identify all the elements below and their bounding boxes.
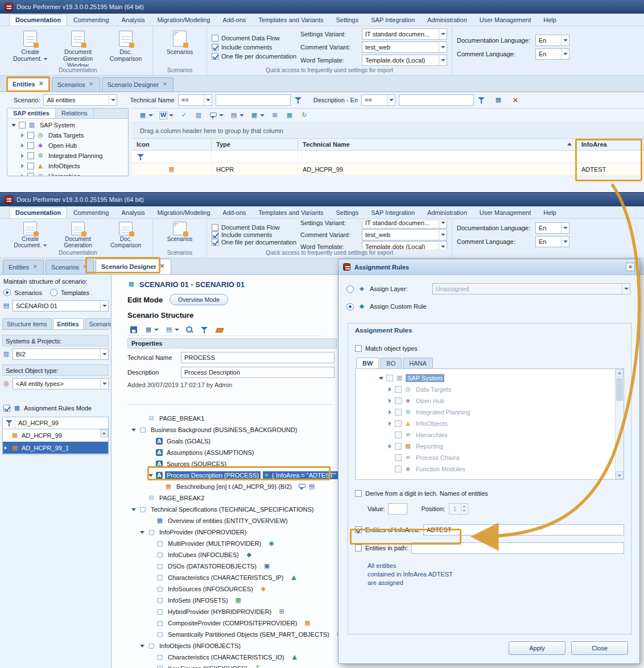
rule-source-tab[interactable]: HANA: [403, 358, 433, 368]
tree-item[interactable]: ▥ SAP System: [9, 120, 128, 130]
tree-item[interactable]: ◆ Function Modules: [376, 463, 613, 475]
infoarea-filter-cell[interactable]: [577, 151, 644, 163]
chevron-down-icon[interactable]: [439, 221, 447, 228]
expander-icon[interactable]: [19, 163, 25, 169]
expander-icon[interactable]: [139, 529, 145, 535]
ribbon-field-select[interactable]: IT standard documen...: [362, 28, 447, 40]
toolbar-button[interactable]: ▤: [228, 110, 246, 121]
scenarios-radio[interactable]: [3, 289, 11, 296]
document-tab[interactable]: Entities: [7, 76, 50, 92]
menu-tab[interactable]: Help: [537, 14, 563, 26]
toolbar-button[interactable]: ⊞: [269, 110, 281, 121]
rule-source-tab[interactable]: BO: [380, 358, 402, 368]
description-operator-select[interactable]: ==: [361, 94, 395, 106]
ribbon-checkbox[interactable]: Include comments: [212, 44, 297, 51]
create-document-button[interactable]: Create Document.: [8, 221, 52, 249]
menu-tab[interactable]: Commenting: [67, 207, 115, 218]
menu-tab[interactable]: SAP Integration: [365, 14, 421, 26]
technical-name-input[interactable]: [181, 352, 335, 363]
chevron-down-icon[interactable]: [109, 95, 117, 105]
entity-filter-input[interactable]: AD_HCPR_99: [15, 417, 108, 429]
menu-tab[interactable]: Settings: [329, 14, 365, 26]
chevron-down-icon[interactable]: [439, 29, 447, 39]
layer-select[interactable]: Unassigned: [432, 283, 630, 294]
funnel-icon[interactable]: [5, 419, 13, 427]
tree-item[interactable]: ▲ InfoObjects: [376, 418, 613, 429]
tree-checkbox[interactable]: [395, 386, 402, 393]
column-header-technical-name[interactable]: Technical Name: [298, 139, 577, 150]
tree-checkbox[interactable]: [27, 152, 34, 159]
derive-digit-checkbox[interactable]: Derive from a digit in tech. Names of en…: [355, 490, 624, 497]
tree-checkbox[interactable]: [19, 122, 26, 128]
document-tab[interactable]: Scenario Designer: [96, 259, 171, 274]
expander-icon[interactable]: [19, 153, 25, 159]
expander-icon[interactable]: [19, 143, 25, 148]
expander-icon[interactable]: [387, 387, 393, 392]
tree-checkbox[interactable]: [395, 454, 402, 461]
menu-tab[interactable]: Templates and Variants: [252, 207, 329, 218]
column-header-infoarea[interactable]: InfoArea: [577, 139, 644, 150]
close-icon[interactable]: ×: [626, 263, 635, 271]
tree-item[interactable]: ≡ Hierarchies: [9, 171, 128, 176]
toolbar-button[interactable]: ▦: [137, 110, 155, 121]
chevron-down-icon[interactable]: [439, 55, 447, 65]
scrollbar[interactable]: [615, 369, 624, 479]
close-icon[interactable]: [39, 81, 44, 87]
expander-icon[interactable]: [378, 375, 384, 381]
rule-source-tab[interactable]: BW: [356, 358, 379, 368]
type-filter-cell[interactable]: [212, 151, 298, 163]
chevron-down-icon[interactable]: [217, 110, 223, 121]
tree-item[interactable]: ▦ Reporting: [376, 441, 613, 452]
tree-item[interactable]: ◈ Open Hub: [9, 140, 128, 151]
document-generation-window-button[interactable]: Document Generation Window: [56, 221, 100, 249]
menu-tab[interactable]: Analysis: [115, 14, 151, 26]
assign-layer-radio[interactable]: [346, 285, 354, 293]
create-document-button[interactable]: Create Document.: [8, 28, 52, 65]
expander-icon[interactable]: [387, 443, 393, 449]
menu-tab[interactable]: Documentation: [9, 14, 67, 26]
left-panel-tab[interactable]: Structure items: [2, 318, 52, 329]
left-panel-tab[interactable]: Relations: [56, 109, 94, 118]
toolbar-button[interactable]: ▦: [283, 110, 296, 121]
close-icon[interactable]: [160, 264, 166, 269]
scenarios-button[interactable]: Scenarios: [158, 221, 202, 249]
chevron-down-icon[interactable]: [622, 284, 630, 294]
left-panel-tab[interactable]: Scenarios: [85, 318, 112, 329]
chevron-down-icon[interactable]: [167, 110, 173, 121]
overview-mode-button[interactable]: Overview Mode: [170, 294, 228, 305]
document-tab[interactable]: Scenario Designer: [102, 77, 174, 92]
close-button[interactable]: Close: [571, 641, 628, 655]
menu-tab[interactable]: Add-ons: [216, 207, 252, 218]
toolbar-button[interactable]: ▦: [142, 324, 160, 335]
scroll-up-icon[interactable]: [616, 369, 624, 377]
left-panel-tab[interactable]: Entities: [53, 318, 84, 329]
ribbon-field-select[interactable]: IT standard documen...: [362, 221, 447, 229]
scroll-down-icon[interactable]: [616, 471, 624, 479]
tree-checkbox[interactable]: [27, 132, 34, 139]
ribbon-field-select[interactable]: test_web: [362, 42, 447, 53]
tree-item[interactable]: ▲ InfoObjects: [9, 161, 128, 171]
chevron-down-icon[interactable]: [100, 349, 108, 359]
filter-row-icon[interactable]: [137, 153, 145, 161]
tree-item[interactable]: ⊚ Integrated Planning: [376, 406, 613, 418]
language-select[interactable]: En: [535, 236, 569, 247]
column-header-icon[interactable]: Icon: [132, 139, 212, 150]
expander-icon[interactable]: [19, 173, 25, 176]
chevron-down-icon[interactable]: [387, 95, 395, 105]
apply-button[interactable]: Apply: [509, 641, 565, 655]
expander-icon[interactable]: [387, 409, 393, 415]
scenarios-button[interactable]: Scenarios: [158, 28, 202, 65]
tree-checkbox[interactable]: [395, 431, 402, 438]
chevron-down-icon[interactable]: [561, 35, 569, 45]
ribbon-field-select[interactable]: Template.dotx (Local): [362, 55, 447, 66]
chevron-down-icon[interactable]: [439, 230, 447, 240]
technical-name-operator-select[interactable]: ==: [178, 94, 212, 106]
ribbon-checkbox[interactable]: One file per documentation: [212, 53, 297, 60]
assign-custom-rule-radio[interactable]: [346, 303, 354, 310]
technical-name-filter-input[interactable]: [216, 94, 291, 106]
tree-item[interactable]: ◈ Open Hub: [376, 395, 613, 406]
menu-tab[interactable]: Analysis: [115, 207, 151, 218]
match-object-types-checkbox[interactable]: Match object types: [355, 345, 624, 352]
tree-checkbox[interactable]: [395, 409, 402, 416]
list-item[interactable]: ▦ AD_HCPR_99_1: [3, 442, 108, 454]
